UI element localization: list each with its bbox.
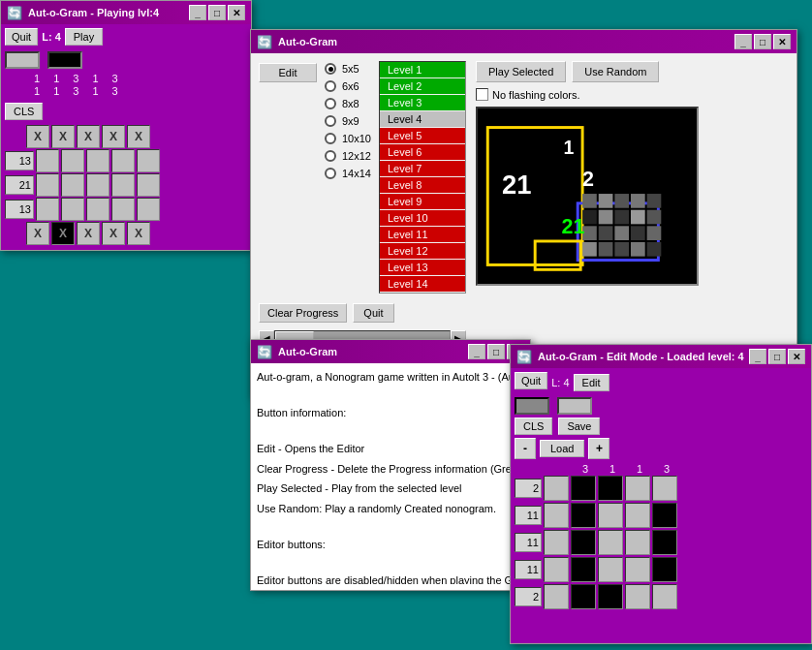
edit-cell-1-1[interactable] bbox=[571, 503, 596, 528]
edit-cell-3-1[interactable] bbox=[571, 557, 596, 582]
toggle-on[interactable] bbox=[47, 51, 82, 69]
level-10[interactable]: Level 10 bbox=[380, 210, 465, 226]
edit-cell-3-0[interactable] bbox=[544, 557, 569, 582]
level-15[interactable]: Level 15 bbox=[380, 293, 465, 294]
level-1[interactable]: Level 1 bbox=[380, 62, 465, 77]
edit-cell-4-2[interactable] bbox=[598, 584, 623, 609]
edit-cell-0-3[interactable] bbox=[625, 476, 650, 501]
edit-cell-0-2[interactable] bbox=[598, 476, 623, 501]
edit-save-btn[interactable]: Save bbox=[558, 418, 600, 435]
level-11[interactable]: Level 11 bbox=[380, 227, 465, 242]
level-7[interactable]: Level 7 bbox=[380, 161, 465, 176]
playing-maximize-btn[interactable]: □ bbox=[208, 5, 226, 20]
edit-cell-2-1[interactable] bbox=[571, 530, 596, 555]
edit-cell-4-4[interactable] bbox=[652, 584, 677, 609]
radio-14x14[interactable]: 14x14 bbox=[325, 168, 371, 179]
edit-load-btn[interactable]: Load bbox=[540, 440, 584, 457]
edit-cell-1-2[interactable] bbox=[598, 503, 623, 528]
no-flashing-checkbox[interactable] bbox=[476, 88, 488, 101]
cell-4-4[interactable]: X bbox=[127, 222, 150, 245]
edit-cell-0-4[interactable] bbox=[652, 476, 677, 501]
cell-0-2[interactable]: X bbox=[77, 125, 100, 148]
cell-4-0[interactable]: X bbox=[26, 222, 49, 245]
edit-quit-btn[interactable]: Quit bbox=[515, 372, 547, 389]
level-14[interactable]: Level 14 bbox=[380, 276, 465, 292]
radio-9x9[interactable]: 9x9 bbox=[325, 115, 371, 127]
edit-cell-4-1[interactable] bbox=[571, 584, 596, 609]
use-random-btn[interactable]: Use Random bbox=[572, 61, 659, 82]
level-4[interactable]: Level 4 bbox=[380, 111, 465, 127]
edit-cls-btn[interactable]: CLS bbox=[515, 418, 552, 435]
text-maximize-btn[interactable]: □ bbox=[487, 344, 505, 359]
level-2[interactable]: Level 2 bbox=[380, 78, 465, 94]
level-3[interactable]: Level 3 bbox=[380, 95, 465, 110]
level-list[interactable]: Level 1 Level 2 Level 3 Level 4 Level 5 … bbox=[379, 61, 466, 294]
cell-4-3[interactable]: X bbox=[102, 222, 125, 245]
edit-toggle-gray[interactable] bbox=[515, 397, 549, 415]
radio-8x8[interactable]: 8x8 bbox=[325, 98, 371, 109]
playing-quit-btn[interactable]: Quit bbox=[5, 28, 38, 46]
level-13[interactable]: Level 13 bbox=[380, 260, 465, 275]
radio-5x5[interactable]: 5x5 bbox=[325, 63, 371, 75]
cell-3-3[interactable] bbox=[111, 198, 135, 221]
cell-1-2[interactable] bbox=[86, 149, 109, 172]
edit-cell-3-4[interactable] bbox=[652, 557, 677, 582]
edit-maximize-btn[interactable]: □ bbox=[768, 349, 786, 364]
playing-cls-btn[interactable]: CLS bbox=[5, 103, 43, 120]
cell-1-0[interactable] bbox=[36, 149, 59, 172]
edit-cell-2-4[interactable] bbox=[652, 530, 677, 555]
edit-cell-0-1[interactable] bbox=[571, 476, 596, 501]
cell-2-2[interactable] bbox=[86, 173, 109, 197]
edit-toggle-light[interactable] bbox=[557, 397, 592, 415]
text-minimize-btn[interactable]: _ bbox=[468, 344, 485, 359]
edit-cell-2-2[interactable] bbox=[598, 530, 623, 555]
cell-1-3[interactable] bbox=[111, 149, 135, 172]
edit-clue-1[interactable]: 11 bbox=[515, 506, 542, 525]
cell-3-4[interactable] bbox=[137, 198, 160, 221]
edit-clue-4[interactable]: 2 bbox=[515, 587, 542, 606]
edit-clue-3[interactable]: 11 bbox=[515, 560, 542, 579]
cell-4-1[interactable]: X bbox=[51, 222, 75, 245]
main-close-btn[interactable]: ✕ bbox=[773, 34, 791, 49]
cell-1-4[interactable] bbox=[137, 149, 160, 172]
cell-3-1[interactable] bbox=[61, 198, 84, 221]
cell-3-2[interactable] bbox=[86, 198, 109, 221]
edit-edit-btn[interactable]: Edit bbox=[574, 374, 609, 391]
level-6[interactable]: Level 6 bbox=[380, 144, 465, 160]
playing-play-btn[interactable]: Play bbox=[65, 28, 103, 46]
play-selected-btn[interactable]: Play Selected bbox=[476, 61, 566, 82]
edit-minimize-btn[interactable]: _ bbox=[749, 349, 766, 364]
edit-cell-1-0[interactable] bbox=[544, 503, 569, 528]
edit-cell-2-3[interactable] bbox=[625, 530, 650, 555]
cell-0-1[interactable]: X bbox=[51, 125, 75, 148]
toggle-off[interactable] bbox=[5, 51, 40, 69]
main-quit-btn[interactable]: Quit bbox=[353, 303, 393, 323]
edit-cell-4-3[interactable] bbox=[625, 584, 650, 609]
cell-2-3[interactable] bbox=[111, 173, 135, 197]
edit-clue-2[interactable]: 11 bbox=[515, 533, 542, 552]
cell-2-0[interactable] bbox=[36, 173, 59, 197]
edit-cell-1-3[interactable] bbox=[625, 503, 650, 528]
edit-cell-3-2[interactable] bbox=[598, 557, 623, 582]
edit-cell-4-0[interactable] bbox=[544, 584, 569, 609]
radio-12x12[interactable]: 12x12 bbox=[325, 150, 371, 162]
edit-minus-btn[interactable]: - bbox=[515, 438, 536, 459]
cell-0-3[interactable]: X bbox=[102, 125, 125, 148]
playing-minimize-btn[interactable]: _ bbox=[189, 5, 206, 20]
edit-cell-1-4[interactable] bbox=[652, 503, 677, 528]
cell-2-4[interactable] bbox=[137, 173, 160, 197]
main-maximize-btn[interactable]: □ bbox=[754, 34, 771, 49]
cell-3-0[interactable] bbox=[36, 198, 59, 221]
cell-1-1[interactable] bbox=[61, 149, 84, 172]
edit-cell-0-0[interactable] bbox=[544, 476, 569, 501]
cell-4-2[interactable]: X bbox=[77, 222, 100, 245]
level-12[interactable]: Level 12 bbox=[380, 243, 465, 259]
level-8[interactable]: Level 8 bbox=[380, 177, 465, 193]
edit-cell-2-0[interactable] bbox=[544, 530, 569, 555]
edit-clue-0[interactable]: 2 bbox=[515, 479, 542, 498]
main-minimize-btn[interactable]: _ bbox=[734, 34, 752, 49]
edit-cell-3-3[interactable] bbox=[625, 557, 650, 582]
level-9[interactable]: Level 9 bbox=[380, 194, 465, 209]
edit-close-btn[interactable]: ✕ bbox=[788, 349, 805, 364]
playing-close-btn[interactable]: ✕ bbox=[228, 5, 245, 20]
